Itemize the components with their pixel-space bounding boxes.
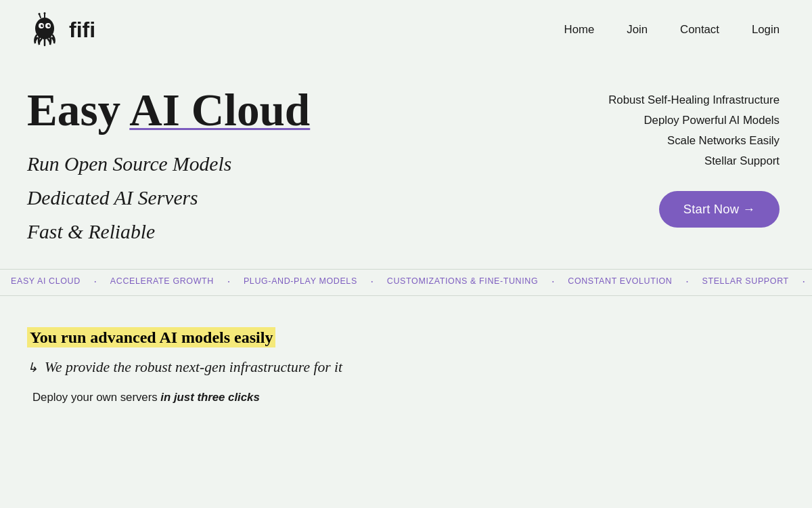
hero-title-plain: Easy: [27, 85, 129, 135]
feature-link-2[interactable]: Deploy Powerful AI Models: [644, 114, 780, 127]
nav-contact[interactable]: Contact: [680, 23, 719, 37]
deploy-emphasis: in just three clicks: [160, 391, 259, 404]
bottom-subtitle: ↳ We provide the robust next-gen infrast…: [27, 359, 780, 376]
ticker-item: ACCELERATE GROWTH: [99, 276, 225, 289]
hero-title-underline: AI Cloud: [129, 85, 310, 135]
svg-point-8: [39, 13, 41, 15]
bottom-title-text: You run advanced AI models easily: [27, 327, 275, 347]
svg-point-5: [42, 24, 43, 26]
hero-subtitle-line1: Run Open Source Models: [27, 147, 522, 181]
svg-point-10: [44, 12, 46, 14]
feature-link-1[interactable]: Robust Self-Healing Infrastructure: [608, 93, 780, 107]
hero-right: Robust Self-Healing Infrastructure Deplo…: [522, 87, 780, 228]
ticker-item: CONSTANT EVOLUTION: [557, 276, 683, 289]
ticker-item: PLUG-AND-PLAY MODELS: [233, 276, 368, 289]
svg-point-6: [49, 24, 50, 26]
start-now-button[interactable]: Start Now →: [659, 191, 780, 228]
svg-point-0: [35, 18, 54, 39]
ticker-track: EASY AI CLOUD· ACCELERATE GROWTH· PLUG-A…: [0, 276, 812, 289]
nav-login[interactable]: Login: [752, 23, 780, 37]
bottom-subtitle-text: We provide the robust next-gen infrastru…: [45, 359, 342, 376]
ticker-item: EASY AI CLOUD: [0, 276, 91, 289]
nav-join[interactable]: Join: [627, 23, 648, 37]
ticker-banner: EASY AI CLOUD· ACCELERATE GROWTH· PLUG-A…: [0, 269, 812, 296]
hero-section: Easy AI Cloud Run Open Source Models Ded…: [0, 60, 812, 269]
logo-icon: [27, 12, 62, 47]
hero-subtitle-line2: Dedicated AI Servers: [27, 181, 522, 215]
navbar: fifi Home Join Contact Login: [0, 0, 812, 60]
deploy-text: Deploy your own servers in just three cl…: [27, 391, 780, 404]
bottom-title: You run advanced AI models easily: [27, 329, 780, 347]
deploy-prefix: Deploy your own servers: [32, 391, 160, 404]
logo-text: fifi: [69, 18, 95, 43]
arrow-icon: ↳: [27, 360, 38, 375]
hero-title: Easy AI Cloud: [27, 87, 522, 135]
nav-home[interactable]: Home: [564, 23, 595, 37]
nav-links: Home Join Contact Login: [564, 23, 780, 37]
feature-link-4[interactable]: Stellar Support: [704, 154, 780, 168]
hero-subtitle-line3: Fast & Reliable: [27, 215, 522, 249]
ticker-item: STELLAR SUPPORT: [691, 276, 799, 289]
hero-subtitle: Run Open Source Models Dedicated AI Serv…: [27, 147, 522, 249]
hero-left: Easy AI Cloud Run Open Source Models Ded…: [27, 87, 522, 249]
bottom-section: You run advanced AI models easily ↳ We p…: [0, 296, 812, 421]
logo-area[interactable]: fifi: [27, 12, 95, 47]
ticker-item: EASY AI CLOUD: [808, 276, 812, 289]
ticker-item: CUSTOMIZATIONS & FINE-TUNING: [376, 276, 549, 289]
feature-link-3[interactable]: Scale Networks Easily: [667, 134, 780, 148]
